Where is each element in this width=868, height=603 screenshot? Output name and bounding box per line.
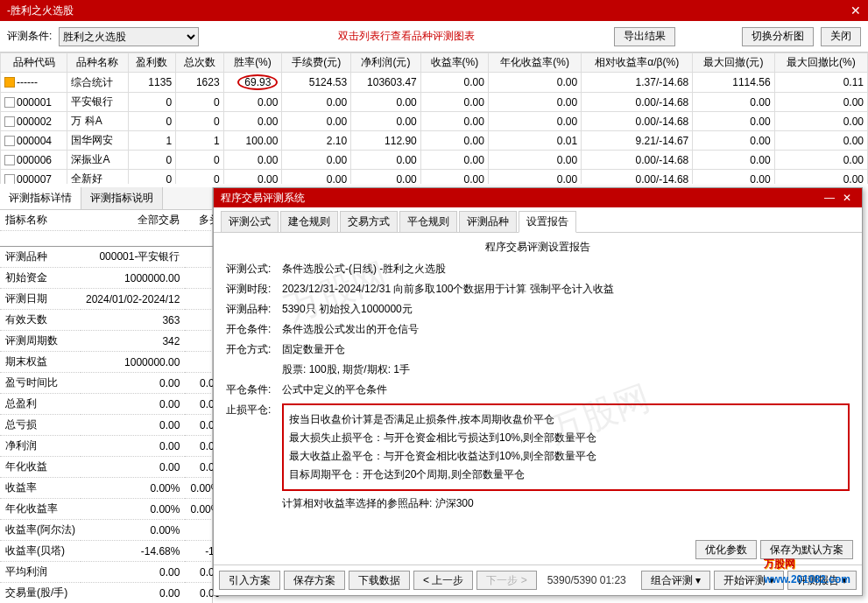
table-row[interactable]: 000007全新好000.000.000.000.000.000.00/-14.…	[1, 170, 868, 185]
export-button[interactable]: 导出结果	[614, 27, 675, 46]
detail-row: 收益率(贝塔)-14.68%-14	[0, 541, 225, 562]
combo-eval-button[interactable]: 组合评测 ▾	[641, 571, 710, 590]
column-header[interactable]: 最大回撤比(%)	[774, 53, 867, 73]
detail-row: 评测日期2024/01/02-2024/12	[0, 289, 225, 310]
report-heading: 程序交易评测设置报告	[226, 240, 850, 255]
column-header[interactable]: 品种名称	[67, 53, 128, 73]
stop-rule: 按当日收盘价计算是否满足止损条件,按本周期收盘价平仓	[289, 412, 843, 427]
results-table: 品种代码品种名称盈利数总次数胜率(%)手续费(元)净利润(元)收益率(%)年化收…	[0, 53, 868, 184]
start-eval-button[interactable]: 开始评测 ▾	[714, 571, 783, 590]
reference-text: 计算相对收益率选择的参照品种: 沪深300	[282, 496, 474, 511]
detail-table: 指标名称 全部交易 多头 评测品种000001-平安银行初始资金1000000.…	[0, 210, 225, 603]
detail-row: 净利润0.000.00	[0, 436, 225, 457]
dialog-close-icon[interactable]: ✕	[839, 187, 855, 208]
column-header[interactable]: 净利润(元)	[351, 53, 421, 73]
table-row[interactable]: 000002万 科A000.000.000.000.000.000.00/-14…	[1, 112, 868, 131]
column-header[interactable]: 手续费(元)	[282, 53, 351, 73]
detail-row: 期末权益1000000.00	[0, 352, 225, 373]
dialog-title: 程序交易评测系统	[221, 187, 305, 208]
report-row: 开仓条件:条件选股公式发出的开仓信号	[226, 322, 850, 337]
progress-status: 5390/5390 01:23	[547, 574, 626, 586]
evaluation-dialog: 程序交易评测系统 — ✕ 评测公式建仓规则交易方式平仓规则评测品种设置报告 万股…	[213, 187, 863, 596]
window-close-button[interactable]: ✕	[850, 4, 861, 18]
report-row: 评测公式:条件选股公式-(日线) -胜利之火选股	[226, 262, 850, 277]
left-tabs: 评测指标详情 评测指标说明	[0, 187, 212, 210]
stop-rule: 最大损失止损平仓：与开仓资金相比亏损达到10%,则全部数量平仓	[289, 431, 843, 445]
dialog-titlebar: 程序交易评测系统 — ✕	[214, 188, 862, 207]
import-plan-button[interactable]: 引入方案	[219, 571, 280, 590]
dialog-tab[interactable]: 评测品种	[459, 211, 517, 232]
tab-detail[interactable]: 评测指标详情	[0, 187, 81, 209]
dialog-tab[interactable]: 交易方式	[340, 211, 398, 232]
left-panel: 评测指标详情 评测指标说明 指标名称 全部交易 多头 评测品种000001-平安…	[0, 187, 213, 603]
download-data-button[interactable]: 下载数据	[349, 571, 410, 590]
detail-row: 年化收益0.000.00	[0, 457, 225, 478]
detail-row: 总亏损0.000.00	[0, 415, 225, 436]
stop-rule: 目标周期平仓：开仓达到20个周期,则全部数量平仓	[289, 467, 843, 482]
column-header[interactable]: 相对收益率α/β(%)	[582, 53, 693, 73]
column-header[interactable]: 品种代码	[1, 53, 67, 73]
detail-row: 交易量(股/手)0.000.00	[0, 583, 225, 604]
detail-row: 评测品种000001-平安银行	[0, 247, 225, 268]
detail-col-all: 全部交易	[81, 210, 185, 231]
table-row[interactable]: 000006深振业A000.000.000.000.000.000.00/-14…	[1, 151, 868, 170]
report-row: 股票: 100股, 期货/期权: 1手	[226, 362, 850, 377]
prev-step-button[interactable]: < 上一步	[413, 571, 473, 590]
dialog-minimize-icon[interactable]: —	[822, 187, 837, 208]
window-titlebar: -胜利之火选股 ✕	[0, 0, 868, 21]
detail-row: 收益率0.00%0.00%	[0, 478, 225, 499]
stop-label: 止损平仓:	[226, 403, 282, 417]
toolbar: 评测条件: 胜利之火选股 双击列表行查看品种评测图表 导出结果 切换分析图 关闭	[0, 21, 868, 53]
eval-report-button[interactable]: 评测报告 ▾	[787, 571, 857, 590]
stop-rule: 最大收益止盈平仓：与开仓资金相比收益达到10%,则全部数量平仓	[289, 449, 843, 464]
dialog-tab[interactable]: 评测公式	[221, 211, 279, 232]
close-button[interactable]: 关闭	[821, 27, 861, 46]
window-title: -胜利之火选股	[7, 0, 74, 21]
tab-explain[interactable]: 评测指标说明	[81, 187, 163, 209]
column-header[interactable]: 年化收益率(%)	[488, 53, 581, 73]
column-header[interactable]: 总次数	[176, 53, 224, 73]
detail-col-name: 指标名称	[0, 210, 81, 231]
dialog-tab[interactable]: 建仓规则	[280, 211, 338, 232]
condition-select[interactable]: 胜利之火选股	[59, 27, 199, 46]
dialog-footer: 引入方案 保存方案 下载数据 < 上一步 下一步 > 5390/5390 01:…	[214, 564, 862, 595]
switch-chart-button[interactable]: 切换分析图	[742, 27, 814, 46]
dialog-body: 万股网 万股网 程序交易评测设置报告 评测公式:条件选股公式-(日线) -胜利之…	[214, 233, 862, 564]
toolbar-hint: 双击列表行查看品种评测图表	[206, 29, 607, 44]
report-row: 开仓方式:固定数量开仓	[226, 342, 850, 357]
results-table-wrap: 品种代码品种名称盈利数总次数胜率(%)手续费(元)净利润(元)收益率(%)年化收…	[0, 53, 868, 184]
detail-row: 初始资金1000000.00	[0, 268, 225, 289]
condition-label: 评测条件:	[7, 29, 52, 44]
column-header[interactable]: 最大回撤(元)	[693, 53, 774, 73]
report-row: 评测时段:2023/12/31-2024/12/31 向前多取100个数据用于计…	[226, 282, 850, 297]
detail-row: 年化收益率0.00%0.00%	[0, 499, 225, 520]
report-row: 评测品种:5390只 初始投入1000000元	[226, 302, 850, 317]
table-row[interactable]: ------综合统计1135162369.935124.53103603.470…	[1, 73, 868, 93]
detail-row: 盈亏时间比0.000.00	[0, 373, 225, 394]
stop-loss-box: 按当日收盘价计算是否满足止损条件,按本周期收盘价平仓最大损失止损平仓：与开仓资金…	[282, 403, 850, 491]
column-header[interactable]: 盈利数	[128, 53, 176, 73]
next-step-button[interactable]: 下一步 >	[476, 571, 536, 590]
save-plan-button[interactable]: 保存方案	[284, 571, 345, 590]
dialog-tab[interactable]: 设置报告	[519, 211, 576, 233]
detail-row: 平均利润0.000.00	[0, 562, 225, 583]
detail-row: 总盈利0.000.00	[0, 394, 225, 415]
report-row: 平仓条件:公式中定义的平仓条件	[226, 382, 850, 397]
dialog-tab[interactable]: 平仓规则	[399, 211, 457, 232]
dialog-tabs: 评测公式建仓规则交易方式平仓规则评测品种设置报告	[214, 207, 862, 233]
table-row[interactable]: 000004国华网安11100.002.10112.900.000.019.21…	[1, 131, 868, 151]
detail-row: 收益率(阿尔法)0.00%	[0, 520, 225, 541]
save-default-button[interactable]: 保存为默认方案	[760, 540, 853, 559]
column-header[interactable]: 胜率(%)	[223, 53, 282, 73]
table-row[interactable]: 000001平安银行000.000.000.000.000.000.00/-14…	[1, 93, 868, 112]
column-header[interactable]: 收益率(%)	[420, 53, 488, 73]
optimize-button[interactable]: 优化参数	[695, 540, 757, 559]
detail-row: 评测周期数342	[0, 331, 225, 352]
detail-row: 有效天数363	[0, 310, 225, 331]
